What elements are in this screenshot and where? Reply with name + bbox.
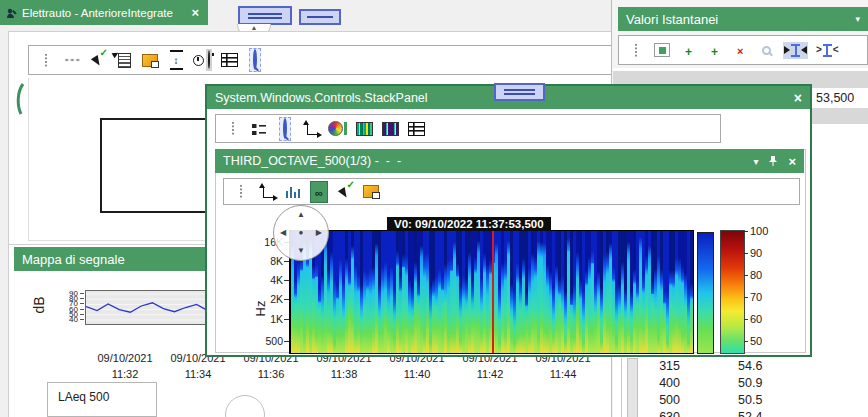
- nav-left-icon[interactable]: ◀: [280, 229, 286, 237]
- export-report-icon[interactable]: [115, 49, 133, 71]
- export-image-icon[interactable]: [362, 181, 380, 203]
- data-table-icon[interactable]: [407, 118, 425, 140]
- spectrogram-alt-view-icon[interactable]: [381, 118, 399, 140]
- colorbar: [720, 230, 745, 354]
- valori-title: Valori Istantanei: [626, 12, 718, 27]
- layout-button-1[interactable]: [238, 6, 292, 25]
- spectrum-slice-strip: [697, 232, 714, 354]
- zoom-region-icon[interactable]: [246, 49, 264, 71]
- mappa-y-tick-mark: [80, 303, 84, 304]
- third-octave-header[interactable]: THIRD_OCTAVE_500(1/3) - - - ▾ ×: [215, 149, 804, 173]
- mappa-x-time: 11:40: [404, 368, 431, 380]
- freq-cell[interactable]: 630: [638, 410, 680, 417]
- spectrogram-view-icon[interactable]: [355, 118, 373, 140]
- spectrogram-y-tick-mark: [284, 280, 289, 281]
- axes-settings-icon[interactable]: [302, 118, 320, 140]
- spectrogram-y-tick: 1K: [253, 313, 283, 325]
- overflow-grip-icon[interactable]: [37, 49, 55, 71]
- layout-button-2[interactable]: [299, 9, 341, 25]
- export-image-icon[interactable]: [141, 49, 159, 71]
- tab-title: Elettrauto - AnterioreIntegrate: [22, 7, 188, 19]
- layout-panels-icon[interactable]: [250, 118, 268, 140]
- value-cell[interactable]: 50.9: [738, 376, 762, 390]
- tab-elettrauto[interactable]: Elettrauto - AnterioreIntegrate ×: [0, 0, 208, 25]
- nav-pad[interactable]: ▲ ▼ ◀ ▶ ●: [273, 205, 329, 261]
- freq-cell[interactable]: 315: [638, 359, 680, 373]
- zoom-region-icon[interactable]: [276, 118, 294, 140]
- mappa-x-time: 11:42: [477, 368, 504, 380]
- colorbar-tick-mark: [744, 231, 748, 232]
- mappa-y-tick-mark: [80, 298, 84, 299]
- nav-right-icon[interactable]: ▶: [316, 229, 322, 237]
- spectrogram-y-tick: 2K: [253, 293, 283, 305]
- cursor-check-icon[interactable]: ✓: [336, 181, 354, 203]
- overflow-grip-icon[interactable]: [232, 181, 250, 203]
- bar-chart-icon[interactable]: [284, 181, 302, 203]
- window-close-icon[interactable]: ×: [794, 90, 802, 106]
- time-cursor-line[interactable]: [492, 231, 494, 353]
- nav-up-icon[interactable]: ▲: [297, 211, 305, 219]
- color-palette-icon[interactable]: [328, 118, 347, 140]
- freq-cell[interactable]: 400: [638, 376, 680, 390]
- colorbar-tick: 100: [750, 225, 768, 237]
- cursor-check-icon[interactable]: ✓: [89, 49, 107, 71]
- colorbar-tick: 50: [750, 335, 762, 347]
- freq-cell[interactable]: 500: [638, 393, 680, 407]
- signal-selector[interactable]: LAeq 500: [47, 382, 157, 417]
- move-cursors-icon[interactable]: [783, 39, 808, 61]
- spectrogram-y-tick-mark: [284, 341, 289, 342]
- legend-swatch-icon[interactable]: [653, 39, 671, 61]
- spectrogram-y-tick: 4K: [253, 274, 283, 286]
- table-gridline: [621, 358, 622, 417]
- nav-down-icon[interactable]: ▼: [297, 247, 305, 255]
- spectrogram-plot[interactable]: [289, 230, 694, 354]
- stackpanel-toolbar: [215, 114, 721, 143]
- colorbar-tick-mark: [744, 341, 748, 342]
- selection-rectangle: [100, 118, 216, 213]
- value-cell[interactable]: 50.5: [738, 393, 762, 407]
- nav-center-icon[interactable]: ●: [299, 229, 304, 237]
- valori-scrollbar[interactable]: [627, 358, 638, 417]
- tool-person-icon: [6, 7, 18, 19]
- annotation-mark: [13, 82, 27, 116]
- pin-icon[interactable]: [768, 155, 778, 167]
- add-vertical-cursor-icon[interactable]: +: [679, 39, 697, 61]
- colorbar-tick: 90: [750, 247, 762, 259]
- colorbar-tick-mark: [744, 297, 748, 298]
- value-cell[interactable]: 54.6: [738, 359, 762, 373]
- more-options-icon[interactable]: [63, 49, 81, 71]
- axes-settings-icon[interactable]: [258, 181, 276, 203]
- spectrogram-y-tick-mark: [284, 299, 289, 300]
- zoom-region-disabled-icon: [757, 39, 775, 61]
- value-cell[interactable]: 52.4: [738, 410, 762, 417]
- colorbar-tick-mark: [744, 319, 748, 320]
- spectrogram-y-tick-mark: [284, 261, 289, 262]
- link-axes-icon[interactable]: ∞: [310, 181, 328, 203]
- third-octave-toolbar: ∞ ✓: [223, 178, 800, 205]
- spectrogram-y-tick: 500: [253, 335, 283, 347]
- spectrogram-column: [690, 231, 693, 353]
- colorbar-tick-mark: [744, 275, 748, 276]
- colorbar-tick-mark: [744, 253, 748, 254]
- layout-button-3[interactable]: [494, 83, 545, 101]
- overflow-grip-icon[interactable]: [224, 118, 242, 140]
- colorbar-tick: 70: [750, 291, 762, 303]
- chevron-down-icon[interactable]: ▾: [753, 156, 758, 167]
- add-horizontal-cursor-icon[interactable]: +: [705, 39, 723, 61]
- data-table-icon[interactable]: [220, 49, 238, 71]
- collapse-cursors-icon[interactable]: ><: [816, 39, 839, 61]
- cursor-tooltip: V0: 09/10/2022 11:37:53,500: [387, 217, 551, 231]
- tab-close-icon[interactable]: ×: [188, 5, 202, 20]
- valori-toolbar: + + × ><: [618, 35, 868, 65]
- overflow-grip-icon[interactable]: [627, 39, 645, 61]
- chevron-down-icon[interactable]: ▾: [855, 14, 860, 24]
- stackpanel-window[interactable]: System.Windows.Controls.StackPanel × THI…: [205, 84, 812, 357]
- valori-header[interactable]: Valori Istantanei ▾: [618, 7, 868, 31]
- mappa-x-time: 11:32: [112, 368, 139, 380]
- remove-cursor-icon[interactable]: ×: [731, 39, 749, 61]
- mappa-y-tick-mark: [80, 319, 84, 320]
- time-cursors-icon[interactable]: [193, 49, 212, 71]
- panel-close-icon[interactable]: ×: [788, 154, 796, 169]
- fit-vertical-icon[interactable]: ↕: [167, 49, 185, 71]
- chevron-up-icon: ▲: [251, 24, 258, 31]
